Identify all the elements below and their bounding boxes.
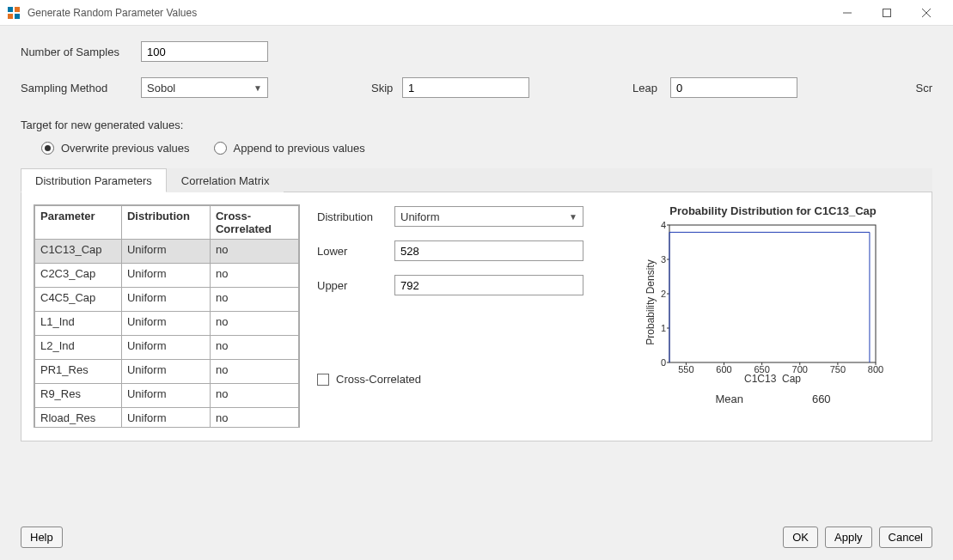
close-button[interactable] <box>907 0 946 26</box>
svg-text:3: 3 <box>661 254 666 265</box>
checkbox-icon <box>317 374 329 386</box>
table-row[interactable]: L2_IndUniformno <box>35 336 299 360</box>
chart-title: Probability Distribution for C1C13_Cap <box>626 204 919 217</box>
table-cell: Uniform <box>121 408 210 429</box>
tab-distribution-parameters[interactable]: Distribution Parameters <box>21 168 167 192</box>
table-cell: L2_Ind <box>35 336 122 360</box>
table-cell: Uniform <box>121 288 210 312</box>
svg-rect-8 <box>669 225 876 362</box>
table-row[interactable]: C2C3_CapUniformno <box>35 264 299 288</box>
sampling-method-label: Sampling Method <box>21 82 141 94</box>
svg-text:800: 800 <box>868 364 883 374</box>
leap-input[interactable] <box>670 77 797 98</box>
svg-rect-2 <box>8 14 13 19</box>
upper-input[interactable] <box>394 275 583 295</box>
y-axis-label: Probability Density <box>644 259 657 344</box>
append-radio[interactable]: Append to previous values <box>214 142 365 155</box>
chevron-down-icon: ▼ <box>254 83 262 93</box>
skip-label: Skip <box>371 82 402 94</box>
radio-icon <box>214 142 227 155</box>
table-cell: no <box>210 264 298 288</box>
window-controls <box>828 0 946 26</box>
table-cell: Uniform <box>121 336 210 360</box>
table-row[interactable]: C4C5_CapUniformno <box>35 288 299 312</box>
tab-panel: Parameter Distribution Cross-Correlated … <box>21 192 932 441</box>
table-cell: PR1_Res <box>35 360 122 384</box>
content-area: Number of Samples Sampling Method Sobol … <box>0 26 953 560</box>
chevron-down-icon: ▼ <box>569 212 577 222</box>
table-cell: Uniform <box>121 240 210 264</box>
table-cell: Uniform <box>121 360 210 384</box>
svg-text:2: 2 <box>661 289 666 299</box>
svg-text:0: 0 <box>661 357 666 368</box>
table-header-row: Parameter Distribution Cross-Correlated <box>35 206 299 240</box>
overwrite-label: Overwrite previous values <box>61 142 190 155</box>
table-row[interactable]: L1_IndUniformno <box>35 312 299 336</box>
chart-area: Probability Distribution for C1C13_Cap P… <box>626 204 919 429</box>
mean-value: 660 <box>812 393 831 405</box>
ok-button[interactable]: OK <box>783 527 818 548</box>
distribution-value: Uniform <box>400 210 440 223</box>
app-icon <box>7 6 21 20</box>
table-cell: no <box>210 336 298 360</box>
scr-label: Scr <box>916 82 933 94</box>
num-samples-label: Number of Samples <box>21 46 141 58</box>
upper-label: Upper <box>317 279 394 292</box>
distribution-dropdown[interactable]: Uniform ▼ <box>394 206 583 227</box>
table-cell: C1C13_Cap <box>35 240 122 264</box>
lower-input[interactable] <box>394 240 583 261</box>
distribution-form: Distribution Uniform ▼ Lower Upper Cross… <box>317 204 609 429</box>
leap-label: Leap <box>632 82 670 94</box>
help-button[interactable]: Help <box>21 527 63 548</box>
svg-rect-0 <box>8 7 13 12</box>
cross-correlated-checkbox[interactable]: Cross-Correlated <box>317 373 609 386</box>
overwrite-radio[interactable]: Overwrite previous values <box>41 142 190 155</box>
table-cell: R9_Res <box>35 384 122 408</box>
table-row[interactable]: R9_ResUniformno <box>35 384 299 408</box>
parameter-table[interactable]: Parameter Distribution Cross-Correlated … <box>34 204 300 428</box>
skip-input[interactable] <box>402 77 529 98</box>
table-cell: Uniform <box>121 264 210 288</box>
table-cell: Rload_Res <box>35 408 122 429</box>
sampling-method-dropdown[interactable]: Sobol ▼ <box>141 77 268 98</box>
lower-label: Lower <box>317 245 394 258</box>
svg-text:1: 1 <box>661 323 666 333</box>
table-cell: L1_Ind <box>35 312 122 336</box>
svg-text:4: 4 <box>661 221 666 230</box>
table-cell: Uniform <box>121 312 210 336</box>
svg-text:550: 550 <box>678 364 693 374</box>
tab-correlation-matrix[interactable]: Correlation Matrix <box>167 168 284 192</box>
maximize-button[interactable] <box>867 0 907 26</box>
cancel-button[interactable]: Cancel <box>879 527 932 548</box>
footer: Help OK Apply Cancel <box>21 527 932 548</box>
num-samples-row: Number of Samples <box>21 41 932 62</box>
header-cross-correlated[interactable]: Cross-Correlated <box>210 206 298 240</box>
mean-row: Mean 660 <box>626 393 919 405</box>
svg-text:750: 750 <box>830 364 846 374</box>
table-cell: no <box>210 312 298 336</box>
svg-rect-3 <box>15 14 20 19</box>
svg-rect-1 <box>15 7 20 12</box>
table-cell: no <box>210 360 298 384</box>
cc-label: Cross-Correlated <box>336 373 421 386</box>
table-cell: C2C3_Cap <box>35 264 122 288</box>
header-distribution[interactable]: Distribution <box>121 206 210 240</box>
window-title: Generate Random Parameter Values <box>27 7 828 19</box>
svg-text:600: 600 <box>716 364 731 374</box>
radio-icon <box>41 142 54 155</box>
table-row[interactable]: C1C13_CapUniformno <box>35 240 299 264</box>
append-label: Append to previous values <box>234 142 365 155</box>
table-row[interactable]: Rload_ResUniformno <box>35 408 299 429</box>
table-cell: no <box>210 384 298 408</box>
minimize-button[interactable] <box>828 0 867 26</box>
target-title: Target for new generated values: <box>21 119 932 131</box>
titlebar: Generate Random Parameter Values <box>0 0 953 26</box>
num-samples-input[interactable] <box>141 41 268 62</box>
table-row[interactable]: PR1_ResUniformno <box>35 360 299 384</box>
x-axis-label: C1C13_Cap <box>744 373 801 384</box>
apply-button[interactable]: Apply <box>825 527 872 548</box>
mean-label: Mean <box>715 393 743 405</box>
header-parameter[interactable]: Parameter <box>35 206 122 240</box>
distribution-label: Distribution <box>317 210 394 223</box>
sampling-row: Sampling Method Sobol ▼ Skip Leap Scr <box>21 77 932 98</box>
